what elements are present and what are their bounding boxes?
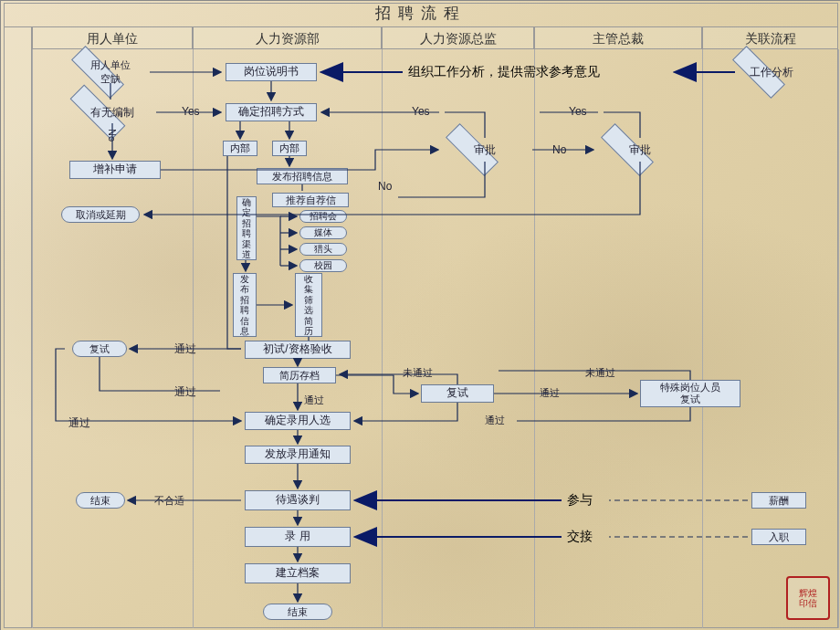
label-handover: 交接 bbox=[567, 529, 593, 545]
diagram-stage: 招聘流程 用人单位 人力资源部 人力资源总监 主管总裁 关联流程 用人单位空缺 … bbox=[0, 0, 840, 630]
node-internal1: 内部 bbox=[223, 141, 257, 156]
lane-divider bbox=[32, 49, 33, 628]
label-notpass1: 未通过 bbox=[403, 366, 433, 380]
node-notice: 发放录用通知 bbox=[245, 446, 351, 464]
node-negotiate: 待遇谈判 bbox=[245, 490, 351, 510]
node-decide: 确定录用人选 bbox=[245, 412, 351, 430]
label-no1: No bbox=[552, 143, 566, 156]
label-no-rot: No bbox=[107, 129, 118, 142]
label-pass3: 通过 bbox=[304, 394, 324, 407]
node-special: 特殊岗位人员复试 bbox=[640, 380, 740, 407]
node-end1: 结束 bbox=[76, 492, 125, 509]
node-supplement: 增补申请 bbox=[69, 161, 161, 179]
label-yes1: Yes bbox=[182, 105, 200, 118]
node-publish2: 发布招聘信息 bbox=[233, 273, 257, 337]
label-notpass2: 未通过 bbox=[585, 366, 615, 380]
node-method: 确定招聘方式 bbox=[226, 103, 317, 121]
node-filebuild: 建立档案 bbox=[245, 563, 351, 583]
node-fair: 招聘会 bbox=[299, 210, 347, 223]
node-headhunter: 猎头 bbox=[299, 243, 347, 256]
node-cancel: 取消或延期 bbox=[61, 206, 140, 223]
text-analysis: 组织工作分析，提供需求参考意见 bbox=[408, 64, 600, 80]
lane-header-2: 人力资源部 bbox=[193, 26, 382, 49]
node-initial: 初试/资格验收 bbox=[245, 341, 351, 359]
node-jobdesc: 岗位说明书 bbox=[226, 63, 317, 81]
label-yes3: Yes bbox=[569, 105, 587, 118]
lane-header-4: 主管总裁 bbox=[534, 26, 702, 49]
lane-divider bbox=[193, 49, 194, 628]
node-archive: 简历存档 bbox=[263, 367, 336, 383]
node-hire: 录 用 bbox=[245, 527, 351, 547]
lane-header-3: 人力资源总监 bbox=[382, 26, 534, 49]
label-pass4: 通过 bbox=[68, 415, 90, 431]
label-participate: 参与 bbox=[567, 492, 593, 509]
node-collect: 收集筛选简历 bbox=[295, 273, 322, 337]
node-publish: 发布招聘信息 bbox=[257, 168, 348, 184]
seal-stamp: 辉煌印信 bbox=[786, 576, 830, 620]
node-media: 媒体 bbox=[299, 226, 347, 239]
lane-divider bbox=[838, 49, 839, 628]
lane-divider bbox=[534, 49, 535, 628]
label-no2: No bbox=[378, 180, 392, 193]
node-retest1: 复试 bbox=[72, 341, 127, 357]
node-onboard: 入职 bbox=[751, 529, 806, 545]
diagram-title: 招聘流程 bbox=[4, 1, 838, 26]
label-pass1: 通过 bbox=[174, 341, 196, 357]
node-salary: 薪酬 bbox=[751, 492, 806, 509]
label-pass5: 通过 bbox=[485, 414, 505, 427]
node-internal2: 内部 bbox=[272, 141, 307, 156]
lane-margin bbox=[4, 26, 32, 628]
lane-header-1: 用人单位 bbox=[32, 26, 193, 49]
label-pass2: 通过 bbox=[174, 384, 196, 400]
node-end2: 结束 bbox=[263, 604, 332, 620]
label-yes2: Yes bbox=[412, 105, 430, 118]
node-recommend: 推荐自荐信 bbox=[272, 193, 349, 207]
lane-divider bbox=[382, 49, 383, 628]
label-notfit: 不合适 bbox=[154, 494, 184, 508]
lane-header-5: 关联流程 bbox=[702, 26, 838, 49]
node-retest2: 复试 bbox=[421, 384, 494, 403]
lane-divider bbox=[702, 49, 703, 628]
node-campus: 校园 bbox=[299, 259, 347, 272]
outer-border bbox=[4, 3, 838, 628]
label-pass-m: 通过 bbox=[540, 386, 560, 400]
node-channel: 确定招聘渠道 bbox=[236, 196, 257, 260]
